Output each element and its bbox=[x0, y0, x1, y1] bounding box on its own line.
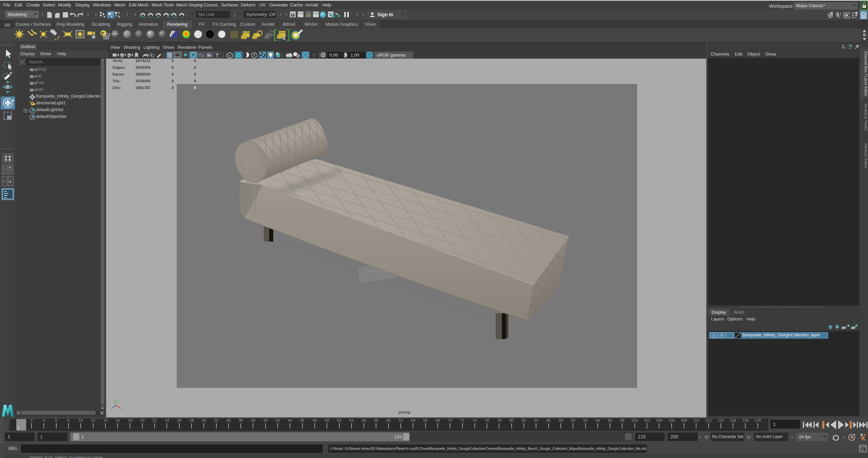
svg-text:+: + bbox=[3, 170, 5, 174]
svg-text:+: + bbox=[3, 165, 5, 169]
svg-text:+: + bbox=[3, 180, 5, 183]
svg-text:ON: ON bbox=[368, 54, 372, 57]
svg-text:+: + bbox=[848, 324, 849, 327]
svg-text:◆: ◆ bbox=[9, 166, 12, 169]
svg-text:+: + bbox=[9, 170, 11, 174]
svg-text:T: T bbox=[216, 53, 219, 58]
svg-text:◆: ◆ bbox=[9, 180, 12, 183]
svg-text:S: S bbox=[282, 36, 285, 41]
svg-text:{;}: {;} bbox=[861, 448, 864, 451]
